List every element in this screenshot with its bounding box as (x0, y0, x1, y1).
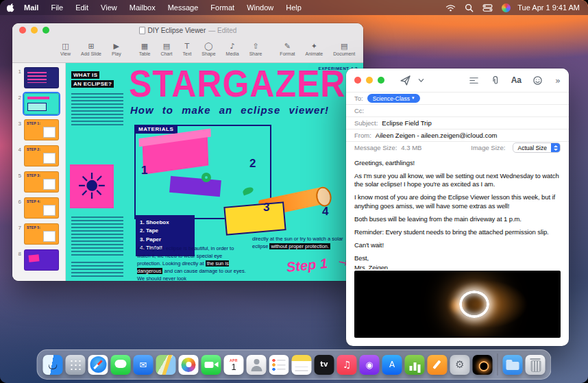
slide-canvas[interactable]: EXPERIMENT 4.2 WHAT IS AN ECLIPSE? ☀ STA… (66, 63, 363, 281)
callout-number-2[interactable]: 2 (249, 158, 256, 169)
menu-item-message[interactable]: Message (162, 0, 205, 15)
slide-thumbnail-4[interactable]: STEP 2: (24, 145, 59, 166)
dock-icon-messages[interactable] (111, 355, 131, 375)
menu-item-mail[interactable]: Mail (18, 0, 45, 15)
slide-thumbnail-6[interactable]: STEP 4: (24, 197, 59, 219)
recipient-token[interactable]: Science-Class▾ (367, 94, 420, 103)
zoom-button[interactable] (378, 77, 384, 84)
minimize-button[interactable] (31, 27, 38, 34)
slide-thumbnail-1[interactable] (24, 67, 59, 88)
slide-thumbnail-3[interactable]: STEP 1: (24, 119, 59, 140)
close-button[interactable] (354, 77, 361, 84)
media-button[interactable]: ♪Media (226, 42, 239, 56)
chevron-down-icon[interactable] (418, 77, 424, 84)
safety-paragraph-left[interactable]: Although an eclipse is beautiful, in ord… (137, 245, 247, 281)
dock-icon-music[interactable]: ♫ (337, 355, 357, 375)
cc-field[interactable]: Cc: (346, 104, 569, 116)
tape-illustration[interactable] (201, 173, 211, 182)
control-center-icon[interactable] (482, 4, 493, 12)
attach-icon[interactable] (490, 75, 500, 86)
step1-annotation[interactable]: Step 1 (286, 256, 328, 275)
text-button[interactable]: TText (183, 42, 192, 56)
send-button[interactable] (400, 75, 411, 86)
share-button[interactable]: ⇧Share (249, 42, 262, 56)
table-button[interactable]: ▦Table (139, 42, 151, 56)
dock-icon-launchpad[interactable] (66, 355, 86, 375)
dock-icon-finder[interactable] (43, 355, 63, 375)
slide-thumbnail-2-selected[interactable] (24, 93, 59, 114)
eclipse-photo-attachment[interactable] (354, 271, 561, 338)
document-button[interactable]: ▤Document (333, 42, 355, 56)
safety-paragraph-right[interactable]: directly at the sun or try to watch a so… (252, 236, 355, 251)
body-text-block[interactable] (71, 262, 123, 278)
dock-icon-podcasts[interactable]: ◉ (360, 355, 380, 375)
search-icon[interactable] (465, 3, 474, 12)
from-field[interactable]: From: Aileen Zeigen - aileen.zeigen@iclo… (346, 129, 569, 141)
dock-icon-maps[interactable] (156, 355, 176, 375)
dock-icon-downloads[interactable] (503, 355, 523, 375)
to-field[interactable]: To: Science-Class▾ (346, 92, 569, 104)
dock-icon-contacts[interactable] (247, 355, 267, 375)
dock-icon-settings[interactable]: ⚙ (450, 355, 470, 375)
view-button[interactable]: ◫View (60, 42, 71, 56)
menu-item-format[interactable]: Format (204, 0, 241, 15)
menu-item-help[interactable]: Help (280, 0, 308, 15)
siri-icon[interactable] (502, 3, 511, 12)
menu-bar-clock[interactable]: Tue Apr 1 9:41 AM (517, 3, 580, 12)
sun-illustration[interactable]: ☀ (70, 164, 114, 208)
chart-button[interactable]: ▤Chart (160, 42, 172, 56)
dock-icon-notes[interactable] (292, 355, 312, 375)
toolbar-overflow-chevrons[interactable]: » (555, 75, 561, 86)
animate-button[interactable]: ✦Animate (306, 42, 323, 56)
paper-illustration[interactable] (223, 201, 286, 236)
message-body-editor[interactable]: Greetings, earthlings! As I'm sure you a… (346, 153, 569, 269)
calendar-day: 1 (231, 362, 236, 372)
dock-icon-pages[interactable] (428, 355, 448, 375)
emoji-icon[interactable] (532, 75, 543, 86)
slide-subtitle[interactable]: How to make an eclipse viewer! (130, 104, 329, 116)
body-text-block[interactable] (71, 93, 123, 127)
add-slide-button[interactable]: ⊞Add Slide (81, 42, 101, 56)
callout-number-3[interactable]: 3 (263, 201, 269, 213)
minimize-button[interactable] (366, 77, 373, 84)
slide-thumbnail-7[interactable]: STEP 5: (24, 223, 59, 245)
dock-icon-reminders[interactable] (269, 355, 289, 375)
shape-button[interactable]: ◯Shape (201, 42, 215, 56)
body-text-block[interactable] (71, 217, 123, 256)
menu-item-view[interactable]: View (95, 0, 123, 15)
slide-thumbnail-5[interactable]: STEP 3: (24, 171, 59, 193)
header-fields-icon[interactable] (469, 75, 479, 86)
dock-icon-safari[interactable] (88, 355, 108, 375)
body-paragraph: Both buses will be leaving from the main… (354, 215, 561, 223)
menu-item-edit[interactable]: Edit (69, 0, 95, 15)
format-button[interactable]: Aa (511, 75, 522, 85)
callout-number-1[interactable]: 1 (141, 164, 147, 176)
menu-item-file[interactable]: File (45, 0, 69, 15)
wifi-icon[interactable] (445, 4, 456, 12)
dock-icon-app-store[interactable]: A (382, 355, 402, 375)
dock-icon-calendar[interactable]: APR 1 (224, 355, 244, 375)
dock-icon-eclipse-photo[interactable] (473, 355, 493, 375)
dock-icon-mail[interactable]: ✉ (134, 355, 154, 375)
dock-icon-facetime[interactable] (201, 355, 221, 375)
dock-icon-numbers[interactable] (405, 355, 425, 375)
subject-field[interactable]: Subject: Eclipse Field Trip (346, 116, 569, 129)
image-size-select[interactable]: Actual Size (513, 143, 561, 153)
keynote-traffic-lights (19, 27, 49, 34)
close-button[interactable] (19, 27, 26, 34)
menu-item-window[interactable]: Window (241, 0, 280, 15)
apple-menu[interactable] (7, 3, 15, 12)
whatis-heading[interactable]: WHAT IS AN ECLIPSE? (71, 71, 114, 88)
format-button[interactable]: ✎Format (280, 42, 295, 56)
body-paragraph: Reminder: Every student needs to bring t… (354, 228, 561, 236)
dock-icon-trash[interactable] (526, 355, 546, 375)
slide-title[interactable]: STARGAZERS (129, 64, 363, 103)
menu-item-mailbox[interactable]: Mailbox (123, 0, 162, 15)
dock-icon-photos[interactable] (179, 355, 199, 375)
dock-icon-tv[interactable]: tv (315, 355, 334, 375)
slide-thumbnail-8[interactable] (24, 249, 59, 271)
zoom-button[interactable] (42, 27, 49, 34)
callout-number-4[interactable]: 4 (322, 206, 328, 217)
play-button[interactable]: ▶Play (112, 42, 121, 56)
token-chevron-icon: ▾ (412, 96, 415, 101)
